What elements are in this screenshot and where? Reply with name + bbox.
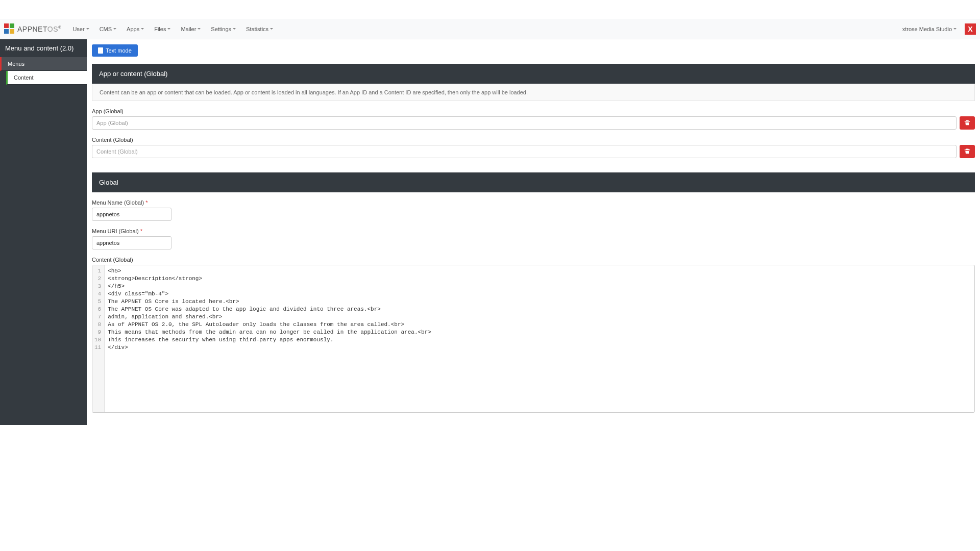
menu-name-label: Menu Name (Global) *	[92, 199, 975, 206]
brand-logo[interactable]: APPNETOS®	[4, 23, 61, 35]
brand-text: APPNETOS®	[17, 25, 61, 33]
app-label: App (Global)	[92, 108, 975, 114]
panel-header-app-content: App or content (Global)	[92, 64, 975, 84]
nav-mailer[interactable]: Mailer	[176, 23, 206, 35]
delete-app-button[interactable]	[960, 116, 975, 130]
field-menu-uri: Menu URI (Global) *	[92, 228, 975, 249]
panel-header-global: Global	[92, 172, 975, 192]
menu-uri-label: Menu URI (Global) *	[92, 228, 975, 234]
text-mode-button[interactable]: Text mode	[92, 44, 138, 57]
close-badge[interactable]: X	[965, 23, 976, 35]
code-lines[interactable]: <h5><strong>Description</strong></h5><di…	[105, 265, 974, 412]
menu-uri-input[interactable]	[92, 236, 172, 249]
nav-cms[interactable]: CMS	[94, 23, 121, 35]
content-editor-label: Content (Global)	[92, 257, 975, 263]
nav-statistics[interactable]: Statistics	[241, 23, 278, 35]
chevron-down-icon	[198, 28, 201, 30]
delete-content-button[interactable]	[960, 145, 975, 158]
sidebar-item-content[interactable]: Content	[6, 71, 87, 85]
sidebar: Menu and content (2.0) Menus Content	[0, 39, 87, 425]
info-text: Content can be an app or content that ca…	[92, 84, 975, 101]
line-gutter: 1234567891011	[92, 265, 105, 412]
nav-right: xtrose Media Studio X	[897, 23, 976, 35]
top-whitespace	[0, 0, 980, 19]
nav-user[interactable]: User	[67, 23, 94, 35]
nav-settings[interactable]: Settings	[206, 23, 241, 35]
chevron-down-icon	[86, 28, 89, 30]
chevron-down-icon	[113, 28, 116, 30]
sidebar-item-menus[interactable]: Menus	[0, 57, 87, 71]
nav-apps[interactable]: Apps	[121, 23, 149, 35]
nav-items: User CMS Apps Files Mailer Settings Stat…	[67, 23, 278, 35]
menu-name-input[interactable]	[92, 208, 172, 221]
field-app: App (Global)	[92, 108, 975, 130]
user-menu[interactable]: xtrose Media Studio	[897, 23, 962, 35]
sidebar-title: Menu and content (2.0)	[0, 39, 87, 57]
nav-files[interactable]: Files	[149, 23, 176, 35]
chevron-down-icon	[953, 28, 957, 30]
logo-icon	[4, 23, 15, 35]
trash-icon	[964, 148, 970, 156]
content-label: Content (Global)	[92, 137, 975, 143]
main-content: Text mode App or content (Global) Conten…	[87, 39, 980, 425]
content-input[interactable]	[92, 145, 957, 158]
field-content-global: Content (Global)	[92, 137, 975, 158]
chevron-down-icon	[167, 28, 170, 30]
app-input[interactable]	[92, 116, 957, 130]
file-icon	[98, 47, 103, 54]
field-menu-name: Menu Name (Global) *	[92, 199, 975, 221]
chevron-down-icon	[141, 28, 144, 30]
code-editor[interactable]: 1234567891011 <h5><strong>Description</s…	[92, 265, 975, 413]
chevron-down-icon	[270, 28, 273, 30]
chevron-down-icon	[233, 28, 236, 30]
field-content-editor: Content (Global) 1234567891011 <h5><stro…	[92, 257, 975, 413]
top-nav: APPNETOS® User CMS Apps Files Mailer Set…	[0, 19, 980, 39]
trash-icon	[964, 119, 970, 127]
